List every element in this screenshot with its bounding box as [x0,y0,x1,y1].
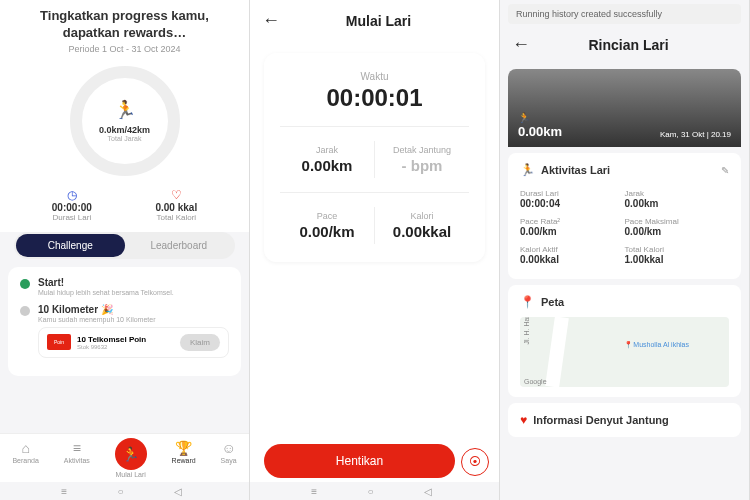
tab-leaderboard[interactable]: Leaderboard [125,234,234,257]
runner-icon: 🏃 [518,112,530,123]
activity-stats: Durasi Lari00:00:04 Jarak0.00km Pace Rat… [520,185,729,269]
header: ← Rincian Lari [500,24,749,65]
pin-icon: ⦿ [469,455,481,469]
tab-challenge[interactable]: Challenge [16,234,125,257]
timeline-dot-icon [20,306,30,316]
runner-icon: 🏃 [114,99,136,121]
screen-run-active: ← Mulai Lari Waktu 00:00:01 Jarak0.00km … [250,0,500,500]
progress-value: 0.0km/42km [99,125,150,135]
back-icon[interactable]: ← [262,10,280,31]
screen-challenge: Tingkatkan progress kamu, dapatkan rewar… [0,0,250,500]
nav-beranda[interactable]: ⌂Beranda [12,440,38,478]
progress-label: Total Jarak [108,135,142,142]
stat-calorie: ♡ 0.00 kkal Total Kalori [155,188,197,222]
android-nav: ≡ ○ ◁ [0,482,249,500]
nav-reward[interactable]: 🏆Reward [172,440,196,478]
page-title: Rincian Lari [538,37,719,53]
back-button[interactable]: ◁ [424,486,438,496]
header: ← Mulai Lari [250,0,499,41]
map-section: 📍 Peta Jl. H. Harun 📍Musholla Al ikhlas … [508,285,741,397]
page-title: Mulai Lari [288,13,469,29]
poin-badge-icon: Poin [47,334,71,350]
timeline: Start! Mulai hidup lebih sehat bersama T… [8,267,241,376]
timeline-item: 10 Kilometer 🎉 Kamu sudah menempuh 10 Ki… [20,304,229,358]
tabs: Challenge Leaderboard [14,232,235,259]
edit-icon[interactable]: ✎ [721,165,729,176]
nav-saya[interactable]: ☺Saya [221,440,237,478]
timeline-item: Start! Mulai hidup lebih sehat bersama T… [20,277,229,296]
toast: Running history created successfully [508,4,741,24]
activity-icon: ≡ [64,440,90,456]
heart-icon: ♡ [155,188,197,202]
run-icon: 🏃 [115,438,147,470]
home-button[interactable]: ○ [367,486,381,496]
bottom-nav: ⌂Beranda ≡Aktivitas 🏃Mulai Lari 🏆Reward … [0,433,249,482]
clock-icon: ◷ [52,188,92,202]
stat-duration: ◷ 00:00:00 Durasi Lari [52,188,92,222]
claim-button[interactable]: Klaim [180,334,220,351]
trophy-icon: 🏆 [172,440,196,456]
stop-button[interactable]: Hentikan [264,444,455,478]
challenge-title: Tingkatkan progress kamu, dapatkan rewar… [20,8,229,42]
challenge-period: Periode 1 Oct - 31 Oct 2024 [20,44,229,54]
back-button[interactable]: ◁ [174,486,188,496]
run-metrics-card: Waktu 00:00:01 Jarak0.00km Detak Jantung… [264,53,485,262]
nav-aktivitas[interactable]: ≡Aktivitas [64,440,90,478]
challenge-header: Tingkatkan progress kamu, dapatkan rewar… [0,0,249,58]
hero-distance: 0.00km [518,124,562,139]
heart-section: ♥ Informasi Denyut Jantung [508,403,741,437]
timeline-dot-icon [20,279,30,289]
location-button[interactable]: ⦿ [461,448,489,476]
map[interactable]: Jl. H. Harun 📍Musholla Al ikhlas Google [520,317,729,387]
progress-ring-wrap: 🏃 0.0km/42km Total Jarak [0,58,249,182]
reward-card: Poin 10 Telkomsel Poin Stok 99632 Klaim [38,327,229,358]
nav-mulai-lari[interactable]: 🏃Mulai Lari [115,440,147,478]
back-icon[interactable]: ← [512,34,530,55]
hero-image: 🏃 0.00km Kam, 31 Okt | 20.19 [508,69,741,147]
screen-run-detail: Running history created successfully ← R… [500,0,750,500]
user-icon: ☺ [221,440,237,456]
hero-date: Kam, 31 Okt | 20.19 [660,130,731,139]
recent-button[interactable]: ≡ [61,486,75,496]
map-marker: 📍Musholla Al ikhlas [624,341,689,349]
recent-button[interactable]: ≡ [311,486,325,496]
runner-icon: 🏃 [520,163,535,177]
heart-icon: ♥ [520,413,527,427]
progress-ring: 🏃 0.0km/42km Total Jarak [70,66,180,176]
android-nav: ≡ ○ ◁ [250,482,499,500]
home-icon: ⌂ [12,440,38,456]
stats-row: ◷ 00:00:00 Durasi Lari ♡ 0.00 kkal Total… [0,182,249,232]
pin-icon: 📍 [520,295,535,309]
elapsed-time: 00:00:01 [280,84,469,112]
home-button[interactable]: ○ [117,486,131,496]
activity-section: 🏃 Aktivitas Lari ✎ Durasi Lari00:00:04 J… [508,153,741,279]
